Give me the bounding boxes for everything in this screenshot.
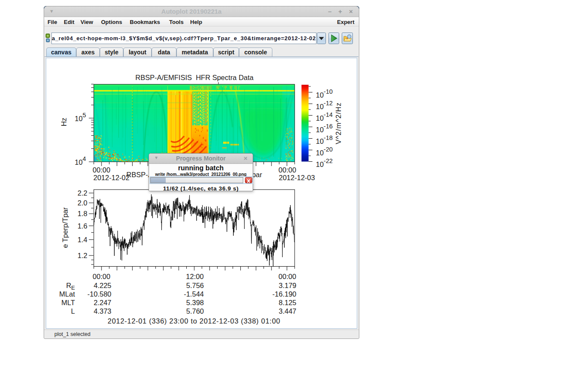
svg-text:10-14: 10-14 (316, 111, 333, 122)
svg-text:RE: RE (66, 282, 75, 291)
svg-text:2.247: 2.247 (94, 299, 111, 306)
svg-text:1.2: 1.2 (78, 252, 87, 259)
svg-text:2012-12-02: 2012-12-02 (93, 174, 129, 181)
svg-text:10-22: 10-22 (316, 157, 333, 168)
svg-text:Hz: Hz (60, 118, 68, 126)
svg-text:MLT: MLT (61, 299, 75, 306)
svg-text:RBSP-A/EMFISIS HFR Spectra Da: RBSP-A/EMFISIS HFR Spectra Data (135, 74, 254, 81)
svg-text:00:00: 00:00 (278, 273, 296, 280)
svg-text:12:00: 12:00 (186, 273, 203, 280)
svg-text:2.0: 2.0 (78, 199, 87, 207)
svg-text:1.4: 1.4 (78, 236, 87, 244)
svg-text:3.179: 3.179 (279, 282, 296, 289)
svg-text:4.225: 4.225 (94, 282, 111, 289)
svg-text:2012-12-01 (336) 23:00 to 2012: 2012-12-01 (336) 23:00 to 2012-12-03 (33… (107, 317, 280, 325)
svg-text:3.447: 3.447 (279, 307, 296, 315)
svg-text:4.373: 4.373 (94, 307, 111, 315)
svg-text:104: 104 (75, 155, 86, 166)
svg-text:MLat: MLat (59, 290, 75, 298)
svg-text:1.6: 1.6 (78, 222, 87, 230)
svg-text:10-18: 10-18 (316, 134, 333, 145)
svg-text:L: L (71, 307, 75, 315)
svg-text:-1.544: -1.544 (184, 290, 204, 298)
svg-text:1.8: 1.8 (78, 210, 87, 217)
svg-text:-10.580: -10.580 (87, 290, 111, 298)
svg-text:105: 105 (75, 112, 86, 122)
svg-text:2.2: 2.2 (78, 189, 87, 197)
svg-text:00:00: 00:00 (93, 273, 110, 280)
svg-text:10-16: 10-16 (316, 123, 333, 134)
svg-text:5.398: 5.398 (186, 299, 204, 306)
svg-text:10-10: 10-10 (316, 88, 333, 99)
svg-text:5.756: 5.756 (186, 282, 204, 289)
svg-text:8.125: 8.125 (279, 299, 296, 306)
svg-text:00:00: 00:00 (278, 166, 296, 174)
svg-text:V^2/m^2/Hz: V^2/m^2/Hz (334, 102, 342, 144)
svg-text:2012-12-03: 2012-12-03 (279, 174, 315, 181)
svg-text:-16.190: -16.190 (272, 290, 296, 298)
svg-text:e Tperp/Tpar: e Tperp/Tpar (61, 207, 69, 248)
svg-text:00:00: 00:00 (93, 166, 110, 174)
svg-text:5.760: 5.760 (186, 307, 204, 315)
svg-text:10-12: 10-12 (316, 100, 333, 110)
svg-text:10-20: 10-20 (316, 146, 333, 157)
